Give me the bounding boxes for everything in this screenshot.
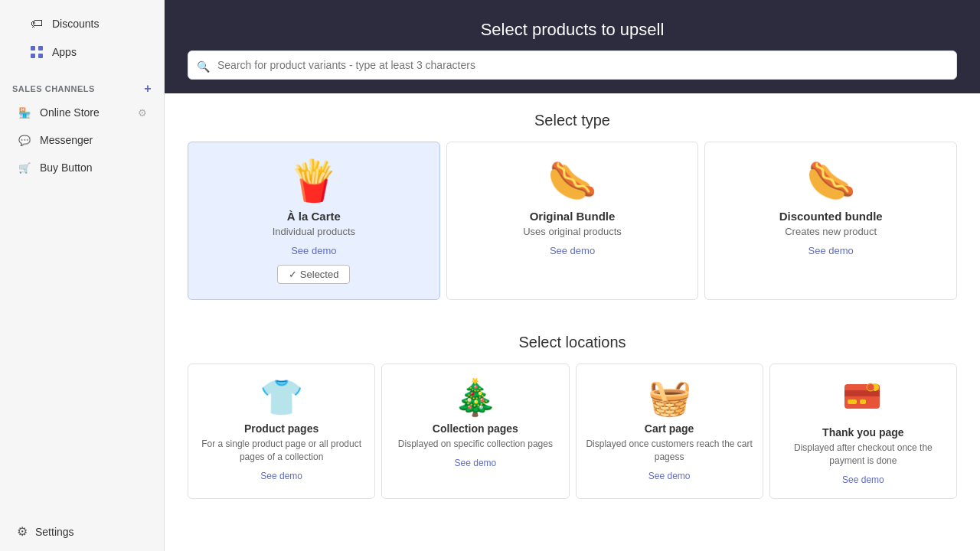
messenger-icon: 💬 — [17, 132, 32, 148]
location-card-thank-you-page[interactable]: Thank you page Displayed after checkout … — [769, 364, 957, 499]
discounted-bundle-icon: 🌭 — [806, 161, 856, 201]
location-card-product-pages[interactable]: 👕 Product pages For a single product pag… — [188, 364, 375, 499]
original-bundle-demo-link[interactable]: See demo — [550, 245, 595, 256]
original-bundle-title: Original Bundle — [459, 210, 686, 223]
type-card-a-la-carte[interactable]: 🍟 À la Carte Individual products See dem… — [188, 142, 440, 300]
location-cards-row: 👕 Product pages For a single product pag… — [165, 364, 980, 514]
sidebar-item-apps[interactable]: Apps — [17, 38, 147, 66]
search-container: 🔍 — [188, 40, 957, 93]
settings-label: Settings — [35, 526, 74, 538]
thank-you-page-icon — [779, 380, 947, 419]
sidebar-item-settings[interactable]: ⚙ Settings — [5, 518, 159, 545]
sidebar-item-online-store[interactable]: 🏪 Online Store ⚙ — [5, 99, 159, 126]
collection-pages-icon: 🎄 — [453, 380, 497, 415]
sidebar-item-messenger[interactable]: 💬 Messenger — [5, 127, 159, 153]
thank-you-page-demo-link[interactable]: See demo — [842, 474, 884, 485]
cart-page-demo-link[interactable]: See demo — [648, 471, 691, 481]
page-title: Select products to upsell — [188, 12, 957, 40]
thank-you-page-desc: Displayed after checkout once the paymen… — [779, 442, 947, 468]
buy-button-label: Buy Button — [40, 161, 93, 174]
original-bundle-icon: 🌭 — [547, 161, 597, 201]
product-pages-demo-link[interactable]: See demo — [260, 471, 302, 481]
location-card-collection-pages[interactable]: 🎄 Collection pages Displayed on specific… — [381, 364, 569, 499]
main-content: Select products to upsell 🔍 Select type … — [165, 0, 980, 551]
thank-you-page-title: Thank you page — [779, 426, 947, 439]
discounted-bundle-demo-link[interactable]: See demo — [808, 245, 854, 256]
type-card-discounted-bundle[interactable]: 🌭 Discounted bundle Creates new product … — [704, 142, 957, 300]
collection-pages-desc: Displayed on specific collection pages — [391, 438, 559, 451]
sidebar-item-discounts[interactable]: 🏷 Discounts — [17, 10, 147, 37]
cart-page-title: Cart page — [586, 422, 753, 435]
a-la-carte-demo-link[interactable]: See demo — [291, 245, 336, 256]
type-cards-row: 🍟 À la Carte Individual products See dem… — [165, 142, 980, 315]
sidebar-apps-label: Apps — [52, 46, 77, 58]
location-card-cart-page[interactable]: 🧺 Cart page Displayed once customers rea… — [576, 364, 763, 499]
a-la-carte-icon: 🍟 — [289, 161, 338, 201]
svg-rect-3 — [38, 54, 43, 58]
svg-point-9 — [867, 383, 874, 391]
settings-icon: ⚙ — [17, 524, 28, 539]
svg-rect-1 — [38, 46, 43, 51]
cart-page-icon: 🧺 — [648, 380, 691, 415]
add-channel-icon[interactable]: + — [144, 82, 152, 96]
collection-pages-title: Collection pages — [391, 422, 559, 435]
product-pages-title: Product pages — [198, 422, 365, 435]
search-input[interactable] — [188, 51, 957, 80]
discounted-bundle-title: Discounted bundle — [717, 210, 944, 223]
sidebar-discounts-label: Discounts — [52, 18, 99, 30]
messenger-label: Messenger — [40, 134, 93, 146]
a-la-carte-desc: Individual products — [201, 226, 427, 237]
discounted-bundle-desc: Creates new product — [717, 226, 944, 237]
product-pages-icon: 👕 — [260, 380, 303, 415]
select-locations-title: Select locations — [165, 315, 980, 364]
online-store-icon: 🏪 — [17, 105, 32, 120]
buy-button-icon: 🛒 — [17, 160, 32, 175]
discounts-icon: 🏷 — [29, 16, 44, 31]
bottom-spacer — [165, 514, 980, 537]
sidebar: 🏷 Discounts Apps SALES CHANNELS + 🏪 Onli… — [0, 0, 165, 551]
sidebar-item-buy-button[interactable]: 🛒 Buy Button — [5, 155, 159, 181]
selected-badge: ✓ Selected — [277, 265, 350, 284]
type-card-original-bundle[interactable]: 🌭 Original Bundle Uses original products… — [446, 142, 699, 300]
svg-rect-0 — [31, 46, 35, 51]
svg-rect-7 — [860, 399, 866, 404]
svg-rect-2 — [31, 54, 35, 58]
online-store-settings-icon[interactable]: ⚙ — [138, 107, 147, 119]
svg-rect-5 — [844, 390, 880, 396]
cart-page-desc: Displayed once customers reach the cart … — [586, 438, 753, 464]
product-pages-desc: For a single product page or all product… — [198, 438, 365, 464]
apps-icon — [29, 44, 44, 60]
search-icon: 🔍 — [197, 60, 210, 73]
online-store-label: Online Store — [40, 106, 100, 119]
svg-rect-6 — [848, 399, 857, 404]
a-la-carte-title: À la Carte — [201, 210, 427, 223]
select-type-title: Select type — [165, 93, 980, 142]
sidebar-top-nav: 🏷 Discounts Apps — [0, 0, 164, 73]
collection-pages-demo-link[interactable]: See demo — [455, 458, 497, 468]
sales-channels-header: SALES CHANNELS + — [0, 73, 164, 99]
original-bundle-desc: Uses original products — [459, 226, 686, 237]
